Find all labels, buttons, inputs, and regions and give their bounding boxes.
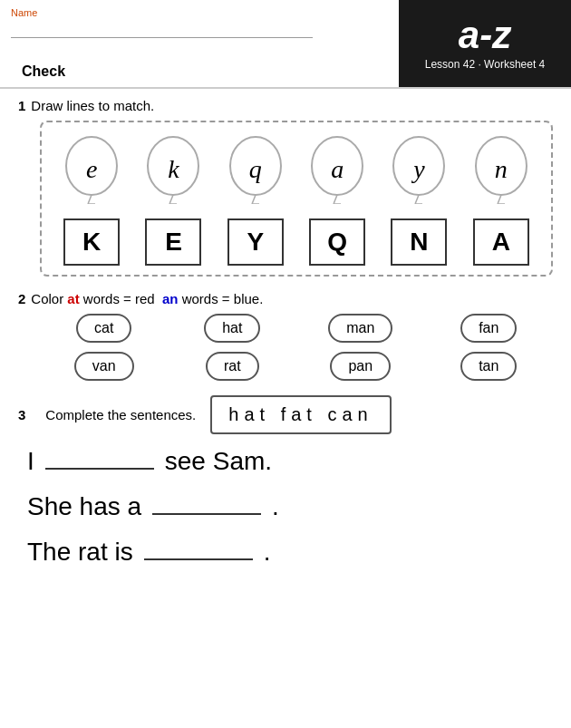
section-1: 1 Draw lines to match. e xyxy=(18,98,553,277)
balloon-shape-a: a xyxy=(308,135,366,204)
sentence-3-suffix: . xyxy=(264,538,271,567)
header: Name Check a-z Lesson 42 · Worksheet 4 xyxy=(0,0,571,89)
svg-line-7 xyxy=(252,195,256,204)
section-2: 2 Color at words = red an words = blue. … xyxy=(18,291,553,381)
at-keyword: at xyxy=(67,291,79,306)
balloon-q: q xyxy=(227,135,285,204)
sentence-2-blank[interactable] xyxy=(152,513,261,515)
balloon-letter-q: q xyxy=(249,155,262,184)
balloon-shape-y: y xyxy=(390,135,448,204)
letter-box-K: K xyxy=(63,218,120,266)
sentence-3: The rat is . xyxy=(27,538,553,567)
name-input-line[interactable] xyxy=(11,22,313,38)
balloon-k: k xyxy=(144,135,202,204)
word-hat: hat xyxy=(169,314,297,343)
svg-line-10 xyxy=(334,195,337,204)
balloon-a: a xyxy=(308,135,366,204)
word-tan: tan xyxy=(425,352,554,381)
balloon-shape-e: e xyxy=(63,135,121,204)
section-1-header: 1 Draw lines to match. xyxy=(18,98,553,113)
balloon-y: y xyxy=(390,135,448,204)
word-cat: cat xyxy=(40,314,169,343)
word-rat: rat xyxy=(169,352,297,381)
letter-box-A: A xyxy=(473,218,529,266)
letter-box-row: K E Y Q N A xyxy=(51,218,542,266)
name-label: Name xyxy=(11,7,388,18)
sentence-1-prefix: I xyxy=(27,447,34,476)
az-subtitle: Lesson 42 · Worksheet 4 xyxy=(425,58,546,71)
sentence-2: She has a . xyxy=(27,492,553,521)
balloon-e: e xyxy=(63,135,121,204)
an-keyword: an xyxy=(162,291,179,306)
balloon-shape-k: k xyxy=(144,135,202,204)
balloon-shape-n: n xyxy=(472,135,530,204)
section-2-header: 2 Color at words = red an words = blue. xyxy=(18,291,553,306)
sentence-1-blank[interactable] xyxy=(45,468,154,470)
svg-line-1 xyxy=(88,195,92,204)
word-man: man xyxy=(296,314,425,343)
words-grid: cat hat man fan van rat pan tan xyxy=(40,314,553,381)
balloon-letter-a: a xyxy=(331,155,344,184)
section-1-number: 1 xyxy=(18,98,25,113)
balloon-letter-e: e xyxy=(86,155,97,184)
sentence-2-suffix: . xyxy=(272,492,279,521)
balloon-letter-y: y xyxy=(413,155,424,184)
balloon-area: e k xyxy=(40,121,553,277)
az-title: a-z xyxy=(459,16,511,54)
svg-line-4 xyxy=(169,195,173,204)
sentence-1-suffix: see Sam. xyxy=(165,447,272,476)
sentence-2-prefix: She has a xyxy=(27,492,141,521)
letter-box-Q: Q xyxy=(309,218,365,266)
word-box: hat fat can xyxy=(210,395,391,434)
section-1-instruction: Draw lines to match. xyxy=(31,98,154,113)
letter-box-N: N xyxy=(391,218,447,266)
word-fan: fan xyxy=(425,314,554,343)
section-3-instruction: Complete the sentences. xyxy=(45,407,196,422)
check-label: Check xyxy=(11,38,388,83)
section-3-header: 3 Complete the sentences. hat fat can xyxy=(18,395,553,434)
sentence-3-blank[interactable] xyxy=(144,558,253,560)
sentence-3-prefix: The rat is xyxy=(27,538,133,567)
svg-line-13 xyxy=(415,195,419,204)
section-2-number: 2 xyxy=(18,291,25,306)
balloon-row: e k xyxy=(51,135,542,204)
balloon-letter-n: n xyxy=(495,155,508,184)
balloon-shape-q: q xyxy=(227,135,285,204)
section-2-instruction: Color at words = red an words = blue. xyxy=(31,291,263,306)
letter-box-Y: Y xyxy=(227,218,284,266)
section-3-number: 3 xyxy=(18,407,25,422)
svg-line-16 xyxy=(498,195,501,204)
name-section: Name Check xyxy=(0,0,399,87)
balloon-letter-k: k xyxy=(168,155,179,184)
content: 1 Draw lines to match. e xyxy=(0,89,571,592)
letter-box-E: E xyxy=(145,218,201,266)
sentence-1: I see Sam. xyxy=(27,447,553,476)
section-3: 3 Complete the sentences. hat fat can I … xyxy=(18,395,553,567)
word-van: van xyxy=(40,352,169,381)
word-pan: pan xyxy=(296,352,425,381)
balloon-n: n xyxy=(472,135,530,204)
az-badge: a-z Lesson 42 · Worksheet 4 xyxy=(399,0,571,87)
